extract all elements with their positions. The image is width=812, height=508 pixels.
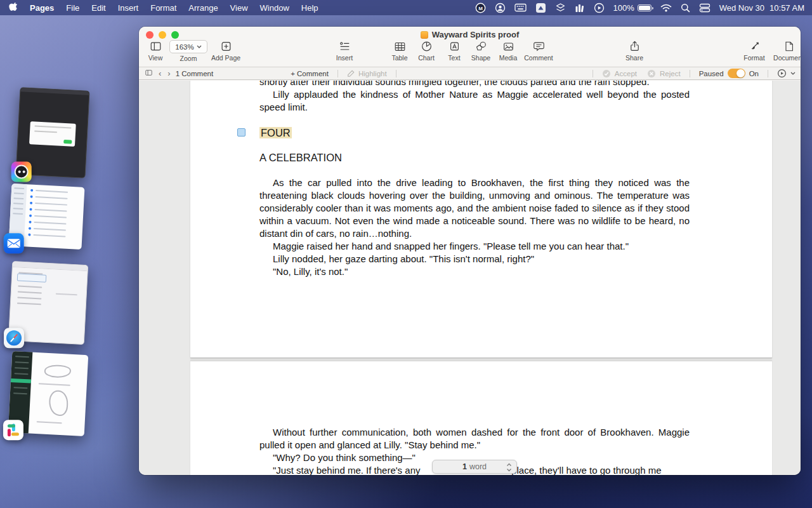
cloud-box-status-icon[interactable] <box>535 3 546 13</box>
menu-item-view[interactable]: View <box>230 3 248 13</box>
play-circle-status-icon[interactable] <box>594 3 605 13</box>
thumbnail-titlebar <box>20 88 89 95</box>
comment-marker[interactable] <box>237 128 246 137</box>
paragraph: Lilly nodded, her gaze darting about. "T… <box>259 253 690 265</box>
dark-app-icon <box>11 162 32 182</box>
menubar-time[interactable]: 10:57 AM <box>769 3 804 13</box>
stats-bars-status-icon[interactable] <box>575 3 585 13</box>
paragraph: shortly after their individual sounds mi… <box>259 81 690 88</box>
zoom-control[interactable]: 163% Zoom <box>169 40 208 62</box>
window-chrome: Wayward Spirits proof View 163% Zoom Add… <box>139 27 801 67</box>
menu-item-insert[interactable]: Insert <box>118 3 139 13</box>
share-button[interactable]: Share <box>618 40 651 62</box>
word-count-value: 1 <box>462 462 467 471</box>
menu-item-pages[interactable]: Pages <box>30 3 54 13</box>
word-count-widget[interactable]: 1 word <box>432 460 517 474</box>
document-button[interactable]: Document <box>770 40 801 62</box>
layers-status-icon[interactable] <box>555 3 566 13</box>
slack-app-icon <box>3 420 23 440</box>
window-thumbnail-dark-app[interactable] <box>15 87 89 178</box>
spotlight-search-icon[interactable] <box>681 3 690 13</box>
word-count-unit: word <box>469 462 487 471</box>
menu-item-edit[interactable]: Edit <box>91 3 105 13</box>
page-1-text: shortly after their individual sounds mi… <box>259 81 690 278</box>
displays-status-icon[interactable] <box>699 3 710 13</box>
add-comment-button[interactable]: + Comment <box>291 70 329 77</box>
user-circle-status-icon[interactable] <box>495 3 506 13</box>
battery-percent-label: 100% <box>613 3 634 13</box>
menu-item-format[interactable]: Format <box>150 3 176 13</box>
thumbnail-dialog <box>29 121 76 147</box>
highlight-button[interactable]: Highlight <box>347 70 387 77</box>
toggle-on-label: On <box>749 70 759 77</box>
menu-bar: Pages File Edit Insert Format Arrange Vi… <box>0 0 812 15</box>
comment-count-label: 1 Comment <box>176 70 213 77</box>
menubar-date[interactable]: Wed Nov 30 <box>719 3 764 13</box>
chapter-heading: FOUR <box>259 126 690 139</box>
document-proxy-icon[interactable] <box>421 31 428 39</box>
table-button[interactable]: Table <box>386 40 414 62</box>
menu-item-arrange[interactable]: Arrange <box>188 3 218 13</box>
tracking-options-button[interactable] <box>777 69 796 78</box>
svg-text:M: M <box>478 5 483 11</box>
safari-app-icon <box>4 328 24 348</box>
chapter-title: A CELEBRATION <box>259 151 690 164</box>
paused-label: Paused <box>699 70 724 77</box>
battery-indicator[interactable]: 100% <box>613 3 652 13</box>
mail-app-icon <box>4 233 24 253</box>
paragraph: Without further communication, both wome… <box>259 426 690 451</box>
circled-m-status-icon[interactable]: M <box>475 3 486 13</box>
apple-menu-icon[interactable] <box>9 3 18 13</box>
window-thumbnail-mail[interactable] <box>9 184 85 250</box>
battery-icon <box>638 4 652 11</box>
word-count-stepper[interactable] <box>506 462 512 474</box>
insert-button[interactable]: Insert <box>331 40 358 62</box>
window-title: Wayward Spirits proof <box>432 30 519 39</box>
chart-button[interactable]: Chart <box>412 40 440 62</box>
format-button[interactable]: Format <box>740 40 768 62</box>
next-comment-button[interactable]: › <box>166 69 171 77</box>
thumbnail-toolbar <box>13 262 88 271</box>
reject-change-button[interactable]: Reject <box>647 69 681 78</box>
paragraph: "No, Lilly, it's not." <box>259 265 690 278</box>
media-button[interactable]: Media <box>494 40 522 62</box>
comment-toolbar-button[interactable]: Comment <box>520 40 558 62</box>
previous-comment-button[interactable]: ‹ <box>157 69 162 77</box>
paragraph: Maggie raised her hand and snapped her f… <box>259 240 690 253</box>
track-changes-toggle[interactable] <box>728 69 745 78</box>
keyboard-status-icon[interactable] <box>514 3 527 12</box>
add-page-button[interactable]: Add Page <box>209 40 243 62</box>
paragraph: Lilly applauded the kindness of Mother N… <box>259 88 690 114</box>
menu-item-window[interactable]: Window <box>260 3 289 13</box>
wifi-status-icon[interactable] <box>660 4 672 12</box>
comments-sidebar-icon[interactable] <box>144 69 154 78</box>
pages-window: Wayward Spirits proof View 163% Zoom Add… <box>139 27 801 475</box>
document-canvas[interactable]: shortly after their individual sounds mi… <box>139 81 801 475</box>
desktop: Pages File Edit Insert Format Arrange Vi… <box>0 0 812 508</box>
window-thumbnail-slack[interactable] <box>8 351 89 436</box>
text-button[interactable]: Text <box>440 40 468 62</box>
view-button[interactable]: View <box>143 40 167 62</box>
shape-button[interactable]: Shape <box>467 40 495 62</box>
accept-change-button[interactable]: Accept <box>602 69 637 78</box>
review-bar: ‹ › 1 Comment + Comment Highlight Accept <box>139 67 801 80</box>
menu-item-file[interactable]: File <box>66 3 79 13</box>
menu-item-help[interactable]: Help <box>301 3 318 13</box>
window-thumbnail-safari[interactable] <box>8 261 88 345</box>
paragraph: As the car pulled into the drive leading… <box>259 177 690 240</box>
